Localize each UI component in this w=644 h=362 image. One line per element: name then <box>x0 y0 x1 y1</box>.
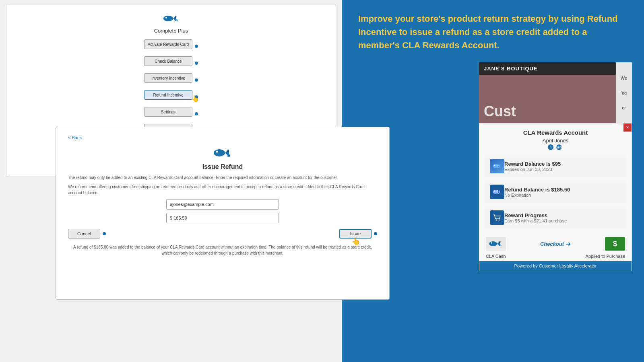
rewards-modal-title: CLA Rewards Account <box>485 129 626 136</box>
menu-row-refund: Refund Incentive 👆 <box>144 90 198 104</box>
dialog-logo-area: c la <box>68 146 377 160</box>
reward-progress-sub: Earn $5 with a $21.41 purchase <box>504 218 621 223</box>
svg-point-25 <box>491 242 492 244</box>
rewards-modal: × CLA Rewards Account April Jones ℹ back <box>479 123 632 271</box>
checkout-section: c la Checkout ➜ $ <box>479 232 632 254</box>
dialog-result-text: A refund of $185.00 was added to the bal… <box>68 244 377 256</box>
svg-text:c: c <box>499 241 501 243</box>
dialog-buttons: Cancel Issue 👆 <box>68 229 377 239</box>
reward-balance-sub: Expires on Jun 03, 2023 <box>504 167 621 172</box>
check-balance-btn[interactable]: Check Balance <box>144 56 192 66</box>
email-input[interactable] <box>166 199 279 210</box>
svg-point-12 <box>494 165 495 166</box>
cancel-button[interactable]: Cancel <box>68 229 100 239</box>
refund-btn[interactable]: Refund Incentive 👆 <box>144 90 192 100</box>
svg-point-5 <box>214 149 225 156</box>
reward-balance-row: c la Reward Balance is $95 Expires on Ju… <box>485 155 626 177</box>
dollar-icon: $ <box>613 240 617 248</box>
reward-balance-title: Reward Balance is $95 <box>504 161 621 167</box>
left-panel: c la Complete Plus Activate Rewards Card… <box>0 0 342 362</box>
svg-point-20 <box>496 220 497 221</box>
banner-text: Cust <box>484 103 516 120</box>
svg-text:c: c <box>227 148 229 153</box>
svg-text:la: la <box>497 192 499 194</box>
right-description: Improve your store's product return stra… <box>342 0 644 60</box>
powered-by-text: Powered by Customer Loyalty Accelerator <box>514 263 597 268</box>
dialog-desc2: We recommend offering customers free shi… <box>68 184 377 196</box>
dialog-title: Issue Refund <box>68 163 377 171</box>
settings-btn[interactable]: Settings <box>144 107 192 117</box>
applied-label: Applied to Purchase <box>586 254 625 259</box>
svg-text:la: la <box>227 153 231 158</box>
refund-balance-icon: c la <box>490 185 504 199</box>
reward-progress-title: Reward Progress <box>504 212 621 218</box>
reward-progress-row: Reward Progress Earn $5 with a $21.41 pu… <box>485 206 626 229</box>
refund-balance-info: Refund Balance is $185.50 No Expiration <box>504 187 621 197</box>
cla-logo-bg: c la <box>161 12 181 25</box>
refund-balance-row: c la Refund Balance is $185.50 No Expira… <box>485 181 626 203</box>
bg-card-title: Complete Plus <box>154 28 188 34</box>
inventory-btn[interactable]: Inventory Incentive <box>144 73 192 83</box>
dialog-desc1: The refund may only be added to an exist… <box>68 175 377 181</box>
balance-dot <box>195 62 198 65</box>
svg-text:la: la <box>499 244 502 247</box>
store-name: JANE'S BOUTIQUE <box>484 66 538 72</box>
back-link[interactable]: < Back <box>68 135 377 140</box>
rewards-back-link[interactable]: ℹ back <box>485 144 626 150</box>
dollar-box: $ <box>605 237 625 251</box>
info-icon: ℹ <box>548 144 553 150</box>
refund-balance-title: Refund Balance is $185.50 <box>504 187 621 193</box>
description-text: Improve your store's product return stra… <box>358 12 628 52</box>
close-button[interactable]: × <box>623 123 632 132</box>
checkout-arrow: Checkout ➜ <box>540 240 571 248</box>
svg-text:la: la <box>497 166 499 169</box>
menu-row-settings: Settings <box>144 107 198 121</box>
side-col: We 'og cr <box>616 62 632 123</box>
close-icon: × <box>626 125 629 130</box>
svg-point-0 <box>163 16 173 21</box>
checkout-labels: CLA Cash Applied to Purchase <box>479 254 632 261</box>
checkout-left: c la <box>486 237 506 251</box>
menu-row-activate: Activate Rewards Card <box>144 39 198 53</box>
svg-point-21 <box>499 220 500 221</box>
inventory-dot <box>195 78 198 82</box>
store-wrapper: JANE'S BOUTIQUE Cust We 'og cr <box>479 62 632 123</box>
svg-point-2 <box>165 17 167 19</box>
store-main: JANE'S BOUTIQUE Cust <box>479 62 616 123</box>
issue-refund-dialog: < Back c la Issue Refund The refund may … <box>56 127 390 300</box>
settings-dot <box>195 112 198 115</box>
checkout-text: Checkout <box>540 241 564 247</box>
hand-cursor-icon: 👆 <box>191 95 199 103</box>
right-panel: Improve your store's product return stra… <box>342 0 644 362</box>
rewards-widget-container: JANE'S BOUTIQUE Cust We 'og cr × CLA Rew… <box>479 62 632 271</box>
customer-name: April Jones <box>485 138 626 144</box>
side-cr: cr <box>622 105 625 110</box>
svg-point-7 <box>216 151 218 153</box>
activate-dot <box>195 45 198 48</box>
checkout-cla-logo: c la <box>486 237 506 251</box>
reward-progress-icon <box>490 210 504 225</box>
menu-row-inventory: Inventory Incentive <box>144 73 198 87</box>
reward-balance-info: Reward Balance is $95 Expires on Jun 03,… <box>504 161 621 172</box>
amount-input[interactable] <box>166 213 279 223</box>
cla-logo-dialog: c la <box>211 146 235 160</box>
menu-row-balance: Check Balance <box>144 56 198 70</box>
activate-btn[interactable]: Activate Rewards Card <box>144 39 192 49</box>
cancel-dot <box>103 232 106 235</box>
side-we: We <box>621 76 627 80</box>
reward-progress-info: Reward Progress Earn $5 with a $21.41 pu… <box>504 212 621 223</box>
svg-text:la: la <box>175 18 178 22</box>
store-header: JANE'S BOUTIQUE <box>479 62 616 75</box>
side-log: 'og <box>621 90 627 95</box>
store-banner: Cust <box>479 75 616 123</box>
arrow-right-icon: ➜ <box>566 240 571 248</box>
rewards-modal-inner: CLA Rewards Account April Jones ℹ back c <box>479 123 632 229</box>
svg-point-17 <box>494 191 495 192</box>
refund-balance-sub: No Expiration <box>504 193 621 197</box>
svg-point-23 <box>489 241 497 246</box>
powered-by: Powered by Customer Loyalty Accelerator <box>479 261 632 271</box>
reward-balance-icon: c la <box>490 159 504 173</box>
cla-cash-label: CLA Cash <box>486 254 506 259</box>
